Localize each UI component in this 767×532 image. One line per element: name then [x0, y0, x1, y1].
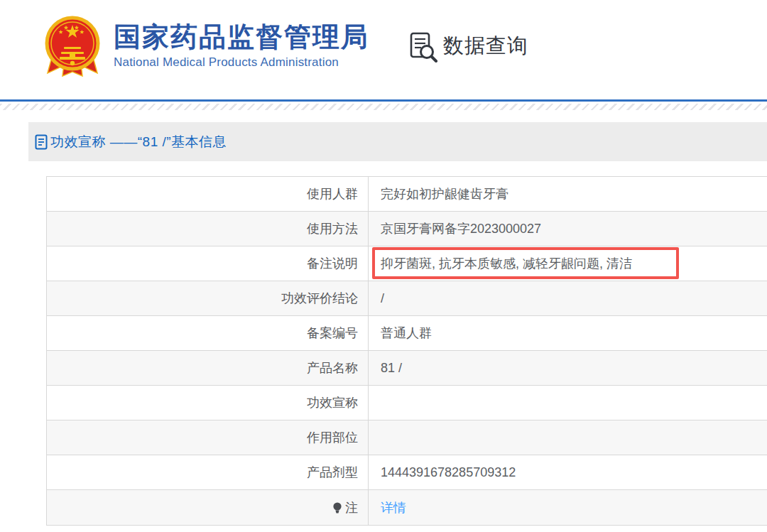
row-label-text: 使用方法 — [307, 220, 358, 237]
table-row: 产品名称 81 / — [47, 351, 767, 386]
row-label-text: 功效评价结论 — [281, 290, 358, 307]
detail-link[interactable]: 详情 — [381, 499, 406, 516]
row-label-cell: 使用方法 — [47, 212, 369, 246]
row-value-cell: / — [369, 281, 767, 315]
row-value-text: / — [381, 291, 384, 306]
org-name-en: National Medical Products Administration — [114, 55, 369, 70]
row-label-text: 备案编号 — [307, 325, 358, 342]
table-row: 注 详情 — [47, 490, 767, 525]
row-value-text: 完好如初护龈健齿牙膏 — [381, 185, 508, 202]
data-query-label: 数据查询 — [443, 32, 528, 60]
row-value-text: 81 / — [381, 361, 402, 376]
row-label-text: 注 — [345, 499, 358, 516]
hatch-stripe-band — [0, 104, 767, 110]
row-value-cell — [369, 420, 767, 455]
table-row: 功效评价结论 / — [47, 281, 767, 316]
row-label-text: 作用部位 — [307, 429, 358, 446]
table-row: 备案编号 普通人群 — [47, 316, 767, 351]
row-label-cell: 备注说明 — [47, 246, 369, 281]
table-row: 使用人群 完好如初护龈健齿牙膏 — [47, 177, 767, 212]
table-row: 备注说明 抑牙菌斑, 抗牙本质敏感, 减轻牙龈问题, 清洁 — [47, 246, 767, 281]
row-label-text: 功效宣称 — [307, 394, 358, 411]
section-title-bar: 功效宣称 ——“81 /”基本信息 — [28, 122, 767, 161]
row-label-text: 使用人群 — [307, 185, 358, 202]
row-value-cell — [369, 386, 767, 420]
org-name-zh: 国家药品监督管理局 — [114, 23, 369, 53]
table-row: 作用部位 — [47, 420, 767, 455]
row-label-cell: 作用部位 — [47, 420, 369, 455]
header-divider-line — [0, 99, 767, 102]
row-label-cell: 功效宣称 — [47, 386, 369, 420]
document-icon — [34, 134, 48, 150]
row-label-cell: 备案编号 — [47, 316, 369, 350]
table-row: 功效宣称 — [47, 386, 767, 420]
row-value-cell: 1444391678285709312 — [369, 455, 767, 489]
row-value-text: 1444391678285709312 — [381, 465, 516, 480]
row-value-cell: 普通人群 — [369, 316, 767, 350]
table-row: 产品剂型 1444391678285709312 — [47, 455, 767, 490]
row-label-cell: 注 — [47, 490, 369, 525]
row-value-text: 京国牙膏网备字2023000027 — [381, 220, 541, 237]
row-value-cell: 抑牙菌斑, 抗牙本质敏感, 减轻牙龈问题, 清洁 — [369, 246, 767, 281]
org-identity: 国家药品监督管理局 National Medical Products Admi… — [114, 23, 369, 70]
row-label-text: 产品名称 — [307, 359, 358, 376]
row-label-cell: 产品剂型 — [47, 455, 369, 489]
basic-info-table: 使用人群 完好如初护龈健齿牙膏 使用方法 京国牙膏网备字2023000027 — [46, 176, 767, 526]
row-value-text: 普通人群 — [381, 325, 432, 342]
site-header: 国家药品监督管理局 National Medical Products Admi… — [0, 0, 767, 92]
data-query-nav[interactable]: 数据查询 — [406, 30, 528, 63]
table-row: 使用方法 京国牙膏网备字2023000027 — [47, 212, 767, 246]
row-value-cell: 完好如初护龈健齿牙膏 — [369, 177, 767, 211]
row-value-cell: 京国牙膏网备字2023000027 — [369, 212, 767, 246]
document-search-icon — [406, 30, 439, 63]
row-value-cell: 81 / — [369, 351, 767, 385]
note-bulb-icon — [332, 501, 342, 514]
page-title: 功效宣称 ——“81 /”基本信息 — [50, 133, 227, 151]
main-content: 功效宣称 ——“81 /”基本信息 使用人群 完好如初护龈健齿牙膏 — [28, 122, 767, 526]
row-label-cell: 产品名称 — [47, 351, 369, 385]
row-value-text: 抑牙菌斑, 抗牙本质敏感, 减轻牙龈问题, 清洁 — [381, 255, 632, 272]
row-label-text: 产品剂型 — [307, 464, 358, 481]
row-label-cell: 使用人群 — [47, 177, 369, 211]
row-label-cell: 功效评价结论 — [47, 281, 369, 315]
national-emblem-logo — [44, 13, 101, 79]
row-value-cell: 详情 — [369, 490, 767, 525]
row-label-text: 备注说明 — [307, 255, 358, 272]
